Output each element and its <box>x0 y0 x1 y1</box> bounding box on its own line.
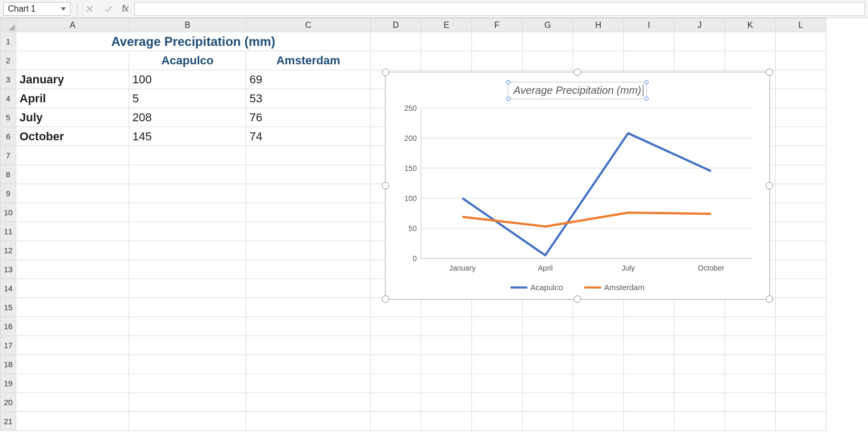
title-handle-icon[interactable] <box>644 97 649 101</box>
cell[interactable] <box>246 393 371 412</box>
cell[interactable] <box>371 393 421 412</box>
cell[interactable] <box>674 374 725 393</box>
row-header[interactable]: 15 <box>1 298 16 317</box>
cell[interactable] <box>674 317 725 336</box>
cell[interactable] <box>16 260 129 279</box>
cell[interactable] <box>523 298 573 317</box>
cell[interactable] <box>16 393 129 412</box>
row-header-2[interactable]: 2 <box>1 51 16 70</box>
enter-icon[interactable] <box>103 3 114 15</box>
cell[interactable] <box>246 184 371 203</box>
row-header[interactable]: 20 <box>1 393 16 412</box>
cell[interactable] <box>523 374 573 393</box>
cell[interactable] <box>246 317 371 336</box>
cell[interactable] <box>776 203 826 222</box>
cell[interactable] <box>624 317 674 336</box>
cell[interactable] <box>16 298 129 317</box>
cell[interactable] <box>16 412 129 431</box>
cell-value[interactable]: 100 <box>129 70 246 89</box>
cell[interactable] <box>371 374 421 393</box>
col-header-I[interactable]: I <box>624 18 674 32</box>
chevron-down-icon[interactable] <box>61 7 66 11</box>
cell[interactable] <box>129 393 246 412</box>
resize-handle-icon[interactable] <box>382 69 389 76</box>
cell[interactable] <box>776 127 826 146</box>
cell[interactable] <box>246 203 371 222</box>
cell[interactable] <box>776 70 826 89</box>
resize-handle-icon[interactable] <box>382 295 389 303</box>
row-header-5[interactable]: 5 <box>1 108 16 127</box>
cell[interactable] <box>573 51 624 70</box>
cell[interactable] <box>16 184 129 203</box>
cell[interactable] <box>472 317 523 336</box>
cell[interactable] <box>776 317 826 336</box>
row-header[interactable]: 7 <box>1 146 16 165</box>
cell[interactable] <box>472 355 523 374</box>
cell[interactable] <box>725 412 776 431</box>
cell[interactable] <box>246 165 371 184</box>
cell[interactable] <box>246 412 371 431</box>
cell[interactable] <box>776 89 826 108</box>
col-header-E[interactable]: E <box>421 18 472 32</box>
name-box[interactable]: Chart 1 <box>3 2 71 16</box>
cell[interactable] <box>674 393 725 412</box>
resize-handle-icon[interactable] <box>574 295 581 303</box>
cell[interactable] <box>573 355 624 374</box>
cell[interactable] <box>573 374 624 393</box>
cell[interactable] <box>472 374 523 393</box>
resize-handle-icon[interactable] <box>382 182 389 189</box>
cell[interactable] <box>16 241 129 260</box>
cell[interactable] <box>246 260 371 279</box>
cell[interactable] <box>472 412 523 431</box>
cell-value[interactable]: 208 <box>129 108 246 127</box>
cell[interactable] <box>246 355 371 374</box>
cell[interactable] <box>16 203 129 222</box>
cell[interactable] <box>523 51 573 70</box>
cell[interactable] <box>421 336 472 355</box>
cell[interactable] <box>523 355 573 374</box>
cell[interactable] <box>129 317 246 336</box>
row-header-1[interactable]: 1 <box>1 32 16 51</box>
cell[interactable] <box>16 336 129 355</box>
cell[interactable] <box>674 51 725 70</box>
cell-value[interactable]: 69 <box>246 70 371 89</box>
cell-value[interactable]: 74 <box>246 127 371 146</box>
row-header[interactable]: 16 <box>1 317 16 336</box>
cell-title[interactable]: Average Precipitation (mm) <box>16 32 371 51</box>
cell-month[interactable]: July <box>16 108 129 127</box>
row-header[interactable]: 13 <box>1 260 16 279</box>
cell[interactable] <box>371 32 421 51</box>
cell[interactable] <box>776 146 826 165</box>
cell[interactable] <box>472 51 523 70</box>
cell[interactable] <box>129 355 246 374</box>
cell[interactable] <box>16 279 129 298</box>
cell[interactable] <box>371 336 421 355</box>
resize-handle-icon[interactable] <box>574 69 581 76</box>
row-header[interactable]: 17 <box>1 336 16 355</box>
cell[interactable] <box>776 298 826 317</box>
cell[interactable] <box>246 241 371 260</box>
cell[interactable] <box>421 393 472 412</box>
cell-month[interactable]: October <box>16 127 129 146</box>
cell[interactable] <box>16 222 129 241</box>
cell[interactable] <box>624 393 674 412</box>
cell[interactable] <box>421 317 472 336</box>
cell[interactable] <box>16 317 129 336</box>
cell[interactable] <box>246 146 371 165</box>
cell[interactable] <box>371 412 421 431</box>
cell-value[interactable]: 53 <box>246 89 371 108</box>
col-header-L[interactable]: L <box>776 18 826 32</box>
cell[interactable] <box>624 51 674 70</box>
cell[interactable] <box>246 222 371 241</box>
col-header-J[interactable]: J <box>674 18 725 32</box>
cell[interactable] <box>246 374 371 393</box>
cell[interactable] <box>573 317 624 336</box>
cell[interactable] <box>523 336 573 355</box>
embedded-chart[interactable]: Average Precipitation (mm) 0501001502002… <box>385 72 770 300</box>
row-header[interactable]: 12 <box>1 241 16 260</box>
col-header-K[interactable]: K <box>725 18 776 32</box>
cell[interactable] <box>371 317 421 336</box>
cell[interactable] <box>674 336 725 355</box>
cell[interactable] <box>246 279 371 298</box>
cell[interactable] <box>371 355 421 374</box>
